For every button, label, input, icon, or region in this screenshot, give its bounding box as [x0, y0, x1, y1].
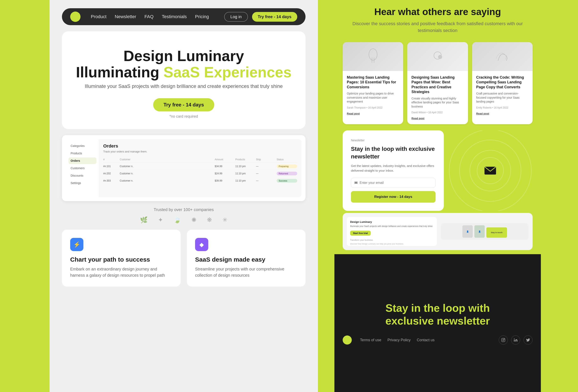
- footer-bottom: Terms of use Privacy Policy Contact us: [343, 336, 532, 345]
- blog-card-body-3: Cracking the Code: Writing Compelling Sa…: [472, 71, 532, 120]
- blog-date-2: 16 April 2022: [428, 111, 443, 114]
- nav-testimonials[interactable]: Testimonials: [162, 14, 187, 19]
- dash-sidebar-customers[interactable]: Customers: [69, 165, 96, 172]
- dash-sidebar-categories[interactable]: Categories: [69, 143, 96, 149]
- testimonials-title: Hear what others are saying: [343, 6, 532, 17]
- col-customer: Customer: [120, 158, 211, 161]
- testimonials-subtitle: Discover the success stories and positiv…: [343, 20, 532, 34]
- cell-ship: —: [256, 179, 273, 182]
- svg-point-0: [369, 49, 377, 60]
- cell-products: 11:10 pm: [235, 172, 252, 175]
- twitter-icon[interactable]: [524, 336, 532, 345]
- trusted-logo-2: ✦: [158, 216, 163, 223]
- dash-sidebar-settings[interactable]: Settings: [69, 180, 96, 186]
- blog-desc-1: Optimize your landing pages to drive con…: [347, 92, 399, 104]
- screenshot-avatar-1: 👤: [462, 225, 473, 238]
- footer-logo: [343, 336, 352, 345]
- hero-title: Design Luminary Illuminating SaaS Experi…: [74, 48, 293, 81]
- trusted-label: Trusted by over 100+ companies: [62, 207, 305, 212]
- blog-read-1[interactable]: Read post: [347, 112, 360, 115]
- blog-card-body-2: Designing Saas Landing Pages that Wow: B…: [407, 71, 468, 124]
- blog-cards: Mastering Saas Landing Pages: 10 Essenti…: [335, 38, 541, 128]
- trusted-logo-6: ✳: [222, 216, 228, 223]
- cell-id: #n:101: [103, 165, 116, 168]
- dash-title: Orders: [103, 143, 297, 149]
- dash-sidebar-orders[interactable]: Orders: [69, 157, 96, 164]
- nav-newsletter[interactable]: Newsletter: [115, 14, 136, 19]
- blog-author-3: Emily Roberts: [476, 106, 492, 109]
- dash-main: Orders Track your orders and manage them…: [99, 139, 301, 197]
- app-preview-transform: Transform your business.: [350, 239, 434, 241]
- cell-customer: Customer n.: [120, 172, 211, 175]
- cell-amount: $24.99: [215, 172, 231, 175]
- dash-sidebar-discounts[interactable]: Discounts: [69, 172, 96, 179]
- right-panel: Hear what others are saying Discover the…: [335, 0, 541, 392]
- svg-point-4: [438, 55, 442, 59]
- register-button[interactable]: Register now - 14 days: [351, 191, 435, 203]
- app-preview-transform-desc: Discover how Design Luminary can help yo…: [350, 243, 434, 245]
- col-id: #: [103, 158, 116, 161]
- blog-date-1: 16 April 2022: [368, 106, 383, 109]
- blog-image-icon-1: [365, 48, 381, 65]
- trusted-logos: 🌿 ✦ 🍃 ✺ ❋ ✳: [62, 216, 305, 223]
- email-input[interactable]: [360, 181, 432, 185]
- footer-link-contact[interactable]: Contact us: [417, 338, 434, 342]
- blog-read-2[interactable]: Read post: [411, 117, 424, 120]
- dash-sidebar-products[interactable]: Products: [69, 150, 96, 157]
- cell-amount: $39.99: [215, 179, 231, 182]
- blog-meta-3: Emily Roberts • 16 April 2022: [476, 106, 529, 109]
- dash-sidebar: Categories Products Orders Customers Dis…: [66, 139, 99, 197]
- hero-subtitle: Illuminate your SaaS projects with desig…: [74, 83, 293, 90]
- feature-cards: ⚡ Chart your path to success Embark on a…: [62, 230, 305, 287]
- cell-products: 11:10 pm: [235, 179, 252, 182]
- blog-author-1: Sarah Thompson: [347, 106, 366, 109]
- navbar-links: Product Newsletter FAQ Testimonials Pric…: [91, 14, 214, 19]
- dashboard-inner: Categories Products Orders Customers Dis…: [66, 139, 301, 197]
- mail-icon: ✉: [354, 180, 358, 185]
- app-preview-screenshots: 👤 👤 Stay in touch: [441, 223, 529, 240]
- footer-link-terms[interactable]: Terms of use: [360, 338, 381, 342]
- blog-meta-2: David Wilson • 16 April 2022: [411, 111, 464, 114]
- login-button[interactable]: Log in: [224, 12, 248, 22]
- blog-card-1: Mastering Saas Landing Pages: 10 Essenti…: [343, 42, 403, 124]
- instagram-icon[interactable]: [499, 336, 508, 345]
- cell-customer: Customer n.: [120, 179, 211, 182]
- nav-faq[interactable]: FAQ: [144, 14, 154, 19]
- nav-pricing[interactable]: Pricing: [195, 14, 209, 19]
- col-ship: Ship: [256, 158, 273, 161]
- feature-title-2: SaaS design made easy: [195, 256, 297, 263]
- main-wrapper: Product Newsletter FAQ Testimonials Pric…: [0, 0, 578, 392]
- dashboard-mockup: Categories Products Orders Customers Dis…: [62, 135, 305, 201]
- mail-icon-big: [480, 162, 501, 179]
- blog-title-3: Cracking the Code: Writing Compelling Sa…: [476, 75, 529, 89]
- feature-card-2: ◆ SaaS design made easy Streamline your …: [187, 230, 305, 287]
- app-preview-button[interactable]: Start free trial: [350, 231, 371, 236]
- newsletter-card: Newsletter Stay in the loop with exclusi…: [343, 131, 444, 211]
- linkedin-icon[interactable]: [511, 336, 520, 345]
- hero-cta-button[interactable]: Try free - 14 days: [153, 98, 214, 111]
- footer-link-privacy[interactable]: Privacy Policy: [387, 338, 411, 342]
- cell-id: #n:303: [103, 179, 116, 182]
- newsletter-title: Stay in the loop with exclusive newslett…: [351, 145, 435, 160]
- table-row: #n:303 Customer n. $39.99 11:10 pm — Suc…: [103, 177, 297, 184]
- cell-status: Preparing: [277, 165, 297, 168]
- cell-status: Success: [277, 179, 297, 183]
- hero-no-card: *no card required: [74, 114, 293, 119]
- trusted-logo-3: 🍃: [173, 216, 181, 223]
- blog-read-3[interactable]: Read post: [476, 112, 489, 115]
- trusted-logo-1: 🌿: [140, 216, 147, 223]
- cell-products: 11:10 pm: [235, 165, 252, 168]
- blog-dot-1: •: [366, 106, 368, 109]
- nav-product[interactable]: Product: [91, 14, 106, 19]
- footer-links: Terms of use Privacy Policy Contact us: [360, 338, 490, 342]
- app-preview-tagline: Illuminate your SaaS projects with desig…: [350, 225, 434, 227]
- dash-subtitle: Track your orders and manage them.: [103, 150, 297, 153]
- try-free-button-nav[interactable]: Try free - 14 days: [252, 12, 297, 22]
- blog-image-icon-2: [429, 48, 446, 65]
- cell-customer: Customer n.: [120, 165, 211, 168]
- blog-meta-1: Sarah Thompson • 16 April 2022: [347, 106, 399, 109]
- newsletter-tag: Newsletter: [351, 139, 435, 142]
- trusted-logo-5: ❋: [207, 216, 212, 223]
- feature-title-1: Chart your path to success: [70, 256, 172, 263]
- footer-section: Stay in the loop with exclusive newslett…: [335, 254, 541, 392]
